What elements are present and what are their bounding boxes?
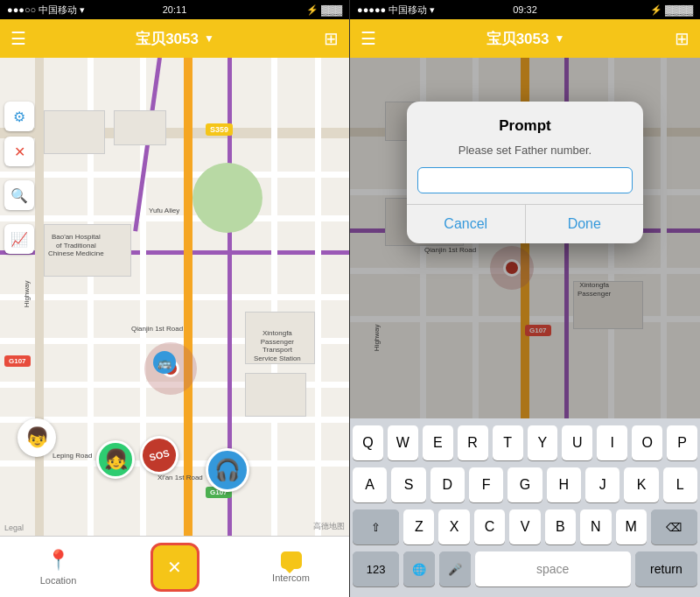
key-q[interactable]: Q (353, 425, 383, 460)
left-status-bar: ●●●○○ 中国移动 ▾ 20:11 ⚡ ▓▓▓ (0, 0, 349, 19)
dialog-buttons: Cancel Done (407, 205, 643, 243)
time-right: 09:32 (513, 4, 537, 15)
battery-right: ⚡ ▓▓▓▓ (650, 4, 693, 16)
key-a[interactable]: A (353, 467, 387, 502)
key-j[interactable]: J (585, 467, 620, 502)
menu-icon-right[interactable]: ☰ (360, 28, 376, 49)
grid-icon-right[interactable]: ⊞ (675, 28, 690, 49)
keyboard: Q W E R T Y U I O P A S D F G H J K L ⇧ … (350, 418, 700, 597)
key-r[interactable]: R (458, 425, 488, 460)
bluetooth-icon: ⚙ (13, 109, 25, 125)
chat-bubble-icon (281, 551, 302, 569)
key-y[interactable]: Y (528, 425, 558, 460)
g107-badge-left: G107 (4, 355, 31, 367)
key-mic[interactable]: 🎤 (439, 551, 471, 586)
signal-dots: ●●●○○ (7, 4, 36, 15)
legal-text: Legal (4, 523, 24, 532)
nav-title-text-left: 宝贝3053 (136, 29, 199, 49)
key-space[interactable]: space (475, 551, 631, 586)
key-x[interactable]: X (438, 509, 469, 544)
dialog-done-btn[interactable]: Done (526, 205, 644, 243)
dialog-message: Please set Father number. (407, 144, 643, 167)
key-s[interactable]: S (391, 467, 425, 502)
right-nav-bar: ☰ 宝贝3053 ▼ ⊞ (350, 19, 700, 58)
key-delete[interactable]: ⌫ (651, 509, 697, 544)
keyboard-row-4: 123 🌐 🎤 space return (353, 551, 697, 586)
center-tab-btn[interactable]: ✕ (150, 543, 200, 592)
key-h[interactable]: H (547, 467, 581, 502)
wifi-icon-left: ▾ (80, 4, 85, 16)
key-m[interactable]: M (616, 509, 647, 544)
right-signal: ●●●●● 中国移动 ▾ (357, 4, 435, 17)
map-watermark: 高德地图 (313, 521, 345, 532)
close-map-btn[interactable]: ✕ (4, 137, 34, 166)
key-return[interactable]: return (635, 551, 697, 586)
bluetooth-map-btn[interactable]: ⚙ (4, 102, 34, 131)
battery-icon-left: ⚡ ▓▓▓ (306, 4, 342, 16)
key-g[interactable]: G (508, 467, 542, 502)
dropdown-arrow-right[interactable]: ▼ (554, 32, 564, 45)
key-c[interactable]: C (474, 509, 505, 544)
right-phone: ●●●●● 中国移动 ▾ 09:32 ⚡ ▓▓▓▓ ☰ 宝贝3053 ▼ ⊞ (350, 0, 700, 597)
key-l[interactable]: L (663, 467, 697, 502)
s359-badge: S359 (206, 123, 233, 136)
location-tab[interactable]: 📍 Location (0, 537, 116, 597)
key-123[interactable]: 123 (353, 551, 399, 586)
avatar-character: 👧 (96, 440, 135, 479)
park-area (192, 163, 262, 233)
wifi-icon-right: ▾ (430, 4, 435, 16)
key-b[interactable]: B (545, 509, 576, 544)
key-i[interactable]: I (597, 425, 627, 460)
battery-icon-right: ⚡ ▓▓▓▓ (650, 4, 693, 16)
xian-road: Xi'an 1st Road (158, 474, 203, 482)
key-t[interactable]: T (493, 425, 523, 460)
leping-road: Leping Road (52, 452, 92, 460)
search-map-btn[interactable]: 🔍 (4, 180, 34, 210)
map-background-left: Bao'an Hospitalof TraditionalChinese Med… (0, 58, 349, 597)
key-globe[interactable]: 🌐 (403, 551, 435, 586)
right-status-bar: ●●●●● 中国移动 ▾ 09:32 ⚡ ▓▓▓▓ (350, 0, 700, 19)
key-w[interactable]: W (388, 425, 418, 460)
grid-icon-left[interactable]: ⊞ (324, 28, 339, 49)
qianjin-road: Qianjin 1st Road (131, 325, 183, 334)
carrier-right: 中国移动 (388, 4, 427, 17)
key-k[interactable]: K (624, 467, 658, 502)
menu-icon-left[interactable]: ☰ (10, 28, 26, 49)
nav-title-text-right: 宝贝3053 (486, 29, 550, 49)
key-n[interactable]: N (580, 509, 611, 544)
time-left: 20:11 (163, 4, 187, 15)
key-e[interactable]: E (423, 425, 453, 460)
keyboard-row-3: ⇧ Z X C V B N M ⌫ (353, 509, 697, 544)
key-u[interactable]: U (562, 425, 592, 460)
key-shift[interactable]: ⇧ (353, 509, 399, 544)
left-phone: ●●●○○ 中国移动 ▾ 20:11 ⚡ ▓▓▓ ☰ 宝贝3053 ▼ ⊞ (0, 0, 350, 597)
intercom-tab[interactable]: Intercom (233, 537, 349, 597)
nav-title-right: 宝贝3053 ▼ (486, 29, 565, 49)
dropdown-arrow-left[interactable]: ▼ (204, 32, 214, 45)
trend-map-btn[interactable]: 📈 (4, 224, 34, 254)
location-label: Location (40, 575, 77, 586)
nav-title-left: 宝贝3053 ▼ (136, 29, 214, 49)
battery-left: ⚡ ▓▓▓ (306, 4, 342, 16)
left-signal: ●●●○○ 中国移动 ▾ (7, 4, 85, 17)
key-f[interactable]: F (469, 467, 503, 502)
left-tab-bar: 📍 Location ✕ Intercom (0, 536, 349, 597)
left-nav-bar: ☰ 宝贝3053 ▼ ⊞ (0, 19, 349, 58)
key-v[interactable]: V (509, 509, 540, 544)
intercom-label: Intercom (272, 572, 310, 583)
dialog-cancel-btn[interactable]: Cancel (407, 205, 525, 243)
key-p[interactable]: P (667, 425, 697, 460)
avatar-child-left: 👦 (18, 418, 56, 457)
center-tab-container: ✕ (116, 537, 233, 597)
bus-icon: 🚌 (153, 351, 176, 374)
dialog-header: Prompt (407, 102, 643, 144)
dialog-title: Prompt (421, 117, 629, 135)
map-area-left: Bao'an Hospitalof TraditionalChinese Med… (0, 58, 349, 597)
dialog-box: Prompt Please set Father number. Cancel … (407, 102, 643, 243)
center-icon: ✕ (167, 557, 182, 578)
key-z[interactable]: Z (403, 509, 434, 544)
dialog-input[interactable] (417, 167, 633, 193)
carrier-left: 中国移动 (38, 4, 77, 17)
key-d[interactable]: D (430, 467, 465, 502)
key-o[interactable]: O (632, 425, 662, 460)
